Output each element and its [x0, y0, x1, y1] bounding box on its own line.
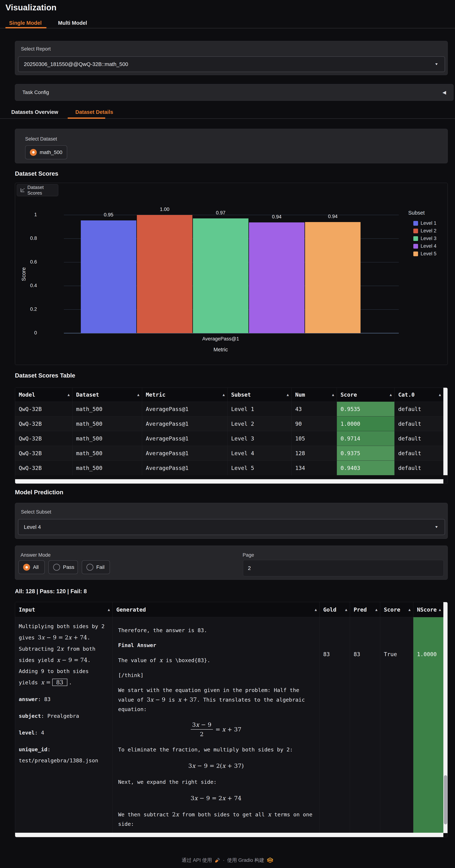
tab-single-model[interactable]: Single Model: [7, 18, 44, 29]
y-tick-label: 1: [17, 212, 37, 217]
fraction-numerator: 3x − 9: [191, 721, 213, 729]
column-header-pred[interactable]: Pred▲: [350, 602, 380, 617]
sort-asc-icon[interactable]: ▲: [223, 393, 225, 397]
sort-asc-icon[interactable]: ▲: [408, 608, 410, 612]
column-header-gold[interactable]: Gold▲: [320, 602, 350, 617]
gradio-logo-icon: [267, 857, 273, 864]
dataset-scores-chart: Dataset Scores 00.20.40.60.810.951.000.9…: [15, 183, 448, 365]
text-segment: Adding 9 to both sides: [19, 668, 89, 674]
page-label: Page: [243, 552, 254, 558]
page-input[interactable]: [243, 560, 444, 576]
task-config-accordion[interactable]: Task Config ◀: [15, 84, 454, 101]
tab-multi-model[interactable]: Multi Model: [56, 18, 89, 29]
cell-cat0: default: [395, 402, 444, 416]
bar-value-label: 0.94: [249, 214, 305, 220]
text-segment: [/think]: [118, 672, 144, 678]
column-header-score[interactable]: Score▲: [337, 388, 395, 402]
cell-score: 0.9714: [337, 431, 395, 446]
column-header-model[interactable]: Model▲: [15, 388, 73, 402]
y-tick-label: 0.8: [17, 236, 37, 241]
cell-cat0: default: [395, 446, 444, 461]
y-axis-title: Score: [21, 267, 27, 281]
column-header-cat0[interactable]: Cat.0▲: [395, 388, 444, 402]
horizontal-scrollbar[interactable]: [15, 479, 443, 484]
tab-datasets-overview[interactable]: Datasets Overview: [9, 106, 60, 118]
sort-asc-icon[interactable]: ▲: [315, 608, 317, 612]
answer-mode-option-fail[interactable]: Fail: [82, 560, 110, 574]
column-header-dataset[interactable]: Dataset▲: [73, 388, 142, 402]
column-header-nscore[interactable]: NScore▲: [413, 602, 444, 617]
sort-asc-icon[interactable]: ▲: [375, 608, 377, 612]
select-report-label: Select Report: [21, 46, 51, 52]
legend-swatch: [413, 228, 418, 233]
collapse-arrow-icon: ◀: [443, 90, 446, 95]
cell-dataset: math_500: [73, 431, 142, 446]
y-tick-label: 0: [17, 330, 37, 336]
generated-paragraph: Final Answer: [118, 641, 314, 650]
column-header-generated[interactable]: Generated▲: [113, 602, 320, 617]
footer-separator: ·: [223, 858, 225, 863]
table-row: QwQ-32Bmath_500AveragePass@1Level 41280.…: [15, 446, 448, 461]
dataset-option-label: math_500: [40, 150, 62, 155]
cell-generated: Therefore, the answer is 83.Final Answer…: [113, 617, 320, 833]
answer-mode-label: Answer Mode: [21, 552, 51, 558]
column-header-num[interactable]: Num▲: [291, 388, 337, 402]
sort-asc-icon[interactable]: ▲: [345, 608, 347, 612]
answer-mode-option-label: All: [33, 564, 38, 570]
cell-num: 134: [291, 461, 337, 475]
answer-mode-option-pass[interactable]: Pass: [49, 560, 78, 574]
column-header-subset[interactable]: Subset▲: [227, 388, 291, 402]
scrollbar-thumb[interactable]: [444, 775, 447, 824]
sort-asc-icon[interactable]: ▲: [390, 393, 392, 397]
text-segment: level: [19, 730, 35, 736]
footer: 通过 API 使用 · 使用 Gradio 构建: [0, 857, 455, 864]
cell-cat0: default: [395, 461, 444, 475]
cell-score: True: [380, 617, 413, 833]
generated-paragraph: We then subtract 2x from both sides to g…: [118, 810, 314, 829]
generated-paragraph: [/think]: [118, 671, 314, 680]
cell-subset: Level 1: [227, 402, 291, 416]
legend-item-level-2[interactable]: Level 2: [413, 228, 436, 234]
text-segment: Next, we expand the right side:: [118, 779, 217, 785]
column-header-input[interactable]: Input▲: [15, 602, 113, 617]
top-tab-bar: Single ModelMulti Model: [0, 18, 455, 29]
chevron-down-icon: ▼: [434, 62, 438, 66]
bar-value-label: 0.95: [81, 212, 136, 218]
cell-dataset: math_500: [73, 446, 142, 461]
footer-gradio-text[interactable]: 使用 Gradio 构建: [227, 857, 264, 864]
legend-item-level-4[interactable]: Level 4: [413, 243, 436, 249]
select-dataset-label: Select Dataset: [25, 136, 57, 142]
cell-score: 0.9535: [337, 402, 395, 416]
report-dropdown[interactable]: 20250306_181550@@QwQ-32B::math_500 ▼: [18, 56, 445, 72]
cell-dataset: math_500: [73, 416, 142, 431]
text-segment: Subtracting: [19, 646, 57, 652]
plug-icon: [215, 857, 220, 863]
sort-asc-icon[interactable]: ▲: [439, 608, 441, 612]
cell-num: 128: [291, 446, 337, 461]
horizontal-scrollbar[interactable]: [15, 833, 443, 837]
sort-asc-icon[interactable]: ▲: [108, 608, 110, 612]
radio-icon: [53, 564, 60, 571]
column-header-label: Score: [384, 607, 400, 613]
sort-asc-icon[interactable]: ▲: [332, 393, 334, 397]
legend-item-level-5[interactable]: Level 5: [413, 251, 436, 257]
sort-asc-icon[interactable]: ▲: [439, 393, 441, 397]
subset-dropdown[interactable]: Level 4 ▼: [18, 519, 445, 535]
dataset-option-math_500[interactable]: math_500: [25, 145, 67, 159]
tab-dataset-details[interactable]: Dataset Details: [74, 106, 115, 118]
sort-asc-icon[interactable]: ▲: [137, 393, 139, 397]
footer-api-text[interactable]: 通过 API 使用: [182, 857, 212, 864]
legend-item-level-1[interactable]: Level 1: [413, 220, 436, 226]
sort-asc-icon[interactable]: ▲: [287, 393, 289, 397]
column-header-metric[interactable]: Metric▲: [142, 388, 227, 402]
cell-dataset: math_500: [73, 461, 142, 475]
chart-panel-tab-label: Dataset Scores: [27, 185, 55, 196]
column-header-score[interactable]: Score▲: [380, 602, 413, 617]
sort-asc-icon[interactable]: ▲: [67, 393, 70, 397]
legend-item-level-3[interactable]: Level 3: [413, 236, 436, 241]
answer-mode-option-all[interactable]: All: [18, 560, 45, 574]
legend-label: Level 2: [421, 228, 436, 234]
input-gap: [19, 688, 110, 694]
chart-panel-tab[interactable]: Dataset Scores: [17, 184, 58, 196]
vertical-scrollbar[interactable]: [443, 388, 448, 475]
